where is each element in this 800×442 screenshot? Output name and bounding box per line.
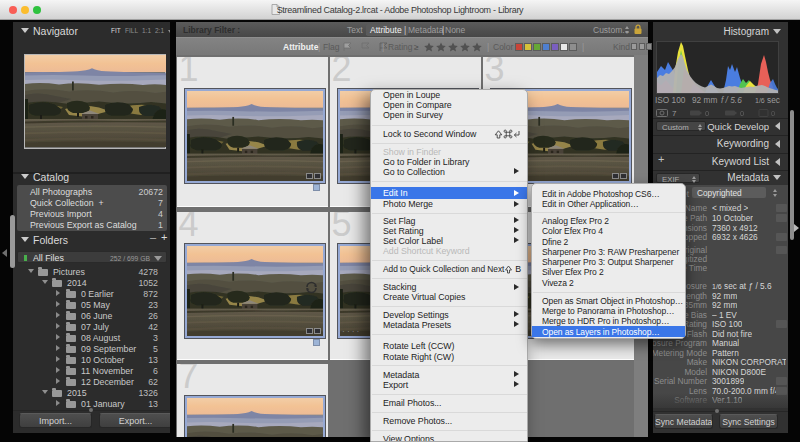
svg-text:0: 0 [705, 109, 709, 118]
svg-text:0: 0 [740, 109, 744, 118]
svg-text:7: 7 [672, 109, 677, 118]
svg-text:0: 0 [771, 109, 775, 118]
